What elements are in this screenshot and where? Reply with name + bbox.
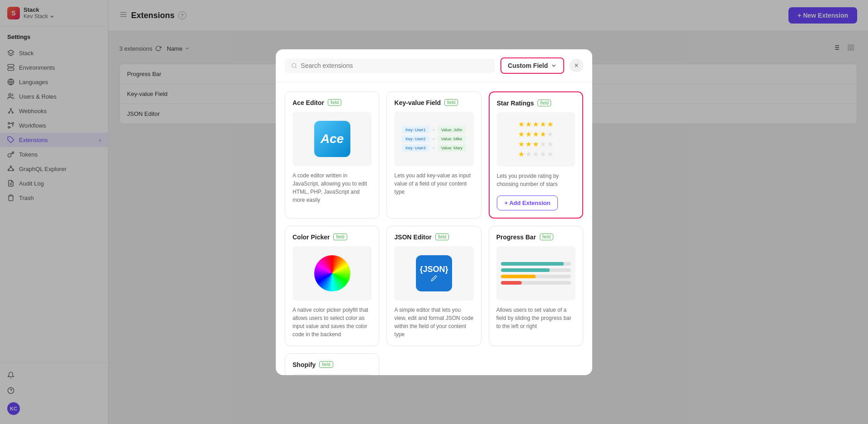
card-title: JSON Editor bbox=[394, 233, 431, 241]
card-badge: field bbox=[328, 99, 341, 106]
card-desc: Allows users to set value of a field by … bbox=[496, 306, 576, 330]
ext-card-shopify[interactable]: Shopify field S bbox=[285, 353, 379, 375]
card-title: Key-value Field bbox=[394, 99, 441, 106]
card-image-kv: Key: User1→Value: John Key: User2→Value:… bbox=[394, 112, 473, 166]
card-header: Star Ratings field bbox=[497, 100, 575, 107]
search-input[interactable] bbox=[301, 62, 489, 69]
stars-preview: ★★★★★ ★★★★★ ★★★★★ ★★★★★ bbox=[518, 120, 553, 158]
modal-overlay[interactable]: Custom Field × Ace Editor field Ace A co… bbox=[0, 0, 868, 424]
card-title: Color Picker bbox=[292, 233, 330, 241]
card-image-json: {JSON} bbox=[394, 246, 473, 300]
kv-preview: Key: User1→Value: John Key: User2→Value:… bbox=[402, 126, 466, 152]
card-badge: field bbox=[538, 100, 551, 106]
modal-header: Custom Field × bbox=[276, 49, 592, 82]
ext-card-color-picker[interactable]: Color Picker field A native color picker… bbox=[285, 226, 379, 346]
card-header: Ace Editor field bbox=[292, 99, 372, 106]
card-header: Progress Bar field bbox=[496, 233, 576, 241]
card-badge: field bbox=[435, 233, 449, 240]
card-desc: Lets you provide rating by choosing numb… bbox=[497, 172, 575, 188]
card-badge: field bbox=[333, 233, 347, 240]
filter-select[interactable]: Custom Field bbox=[500, 57, 564, 74]
search-input-wrap[interactable] bbox=[285, 58, 495, 73]
progress-preview bbox=[496, 262, 576, 285]
card-title: Shopify bbox=[292, 361, 316, 368]
card-header: Shopify field bbox=[292, 361, 372, 368]
card-header: Key-value Field field bbox=[394, 99, 473, 106]
card-header: JSON Editor field bbox=[394, 233, 473, 241]
card-desc: A native color picker polyfill that allo… bbox=[292, 306, 372, 338]
card-image-colorpicker bbox=[292, 246, 372, 300]
svg-line-38 bbox=[295, 67, 296, 67]
color-wheel bbox=[314, 255, 350, 291]
card-badge: field bbox=[444, 99, 458, 106]
extension-picker-modal: Custom Field × Ace Editor field Ace A co… bbox=[276, 49, 592, 375]
filter-label: Custom Field bbox=[508, 62, 548, 69]
modal-body: Ace Editor field Ace A code editor writt… bbox=[276, 82, 592, 375]
svg-point-37 bbox=[292, 63, 296, 67]
card-header: Color Picker field bbox=[292, 233, 372, 241]
card-image-ace: Ace bbox=[292, 112, 372, 166]
card-title: Star Ratings bbox=[497, 100, 534, 107]
ace-logo: Ace bbox=[314, 121, 350, 157]
card-image-stars: ★★★★★ ★★★★★ ★★★★★ ★★★★★ bbox=[497, 112, 575, 167]
card-desc: A simple editor that lets you view, edit… bbox=[394, 306, 473, 338]
card-badge: field bbox=[540, 233, 553, 240]
card-badge: field bbox=[319, 361, 333, 368]
card-image-progress bbox=[496, 246, 576, 300]
modal-close-button[interactable]: × bbox=[570, 59, 583, 72]
filter-chevron-icon bbox=[551, 62, 557, 69]
ext-card-json-editor[interactable]: JSON Editor field {JSON} A simple editor… bbox=[387, 226, 481, 346]
card-desc: A code editor written in JavaScript, all… bbox=[292, 172, 372, 204]
ext-card-key-value[interactable]: Key-value Field field Key: User1→Value: … bbox=[387, 91, 481, 219]
pencil-icon bbox=[431, 275, 437, 281]
ext-card-ace-editor[interactable]: Ace Editor field Ace A code editor writt… bbox=[285, 91, 379, 219]
search-icon bbox=[291, 62, 297, 69]
ext-card-star-ratings[interactable]: Star Ratings field ★★★★★ ★★★★★ ★★★★★ bbox=[489, 91, 583, 219]
ext-card-progress-bar[interactable]: Progress Bar field bbox=[489, 226, 583, 346]
json-logo: {JSON} bbox=[416, 255, 452, 291]
card-title: Ace Editor bbox=[292, 99, 324, 106]
card-title: Progress Bar bbox=[496, 233, 536, 241]
card-image-shopify: S bbox=[292, 374, 372, 375]
card-desc: Lets you add key-value as input value of… bbox=[394, 172, 473, 196]
add-extension-button[interactable]: + Add Extension bbox=[497, 195, 558, 210]
